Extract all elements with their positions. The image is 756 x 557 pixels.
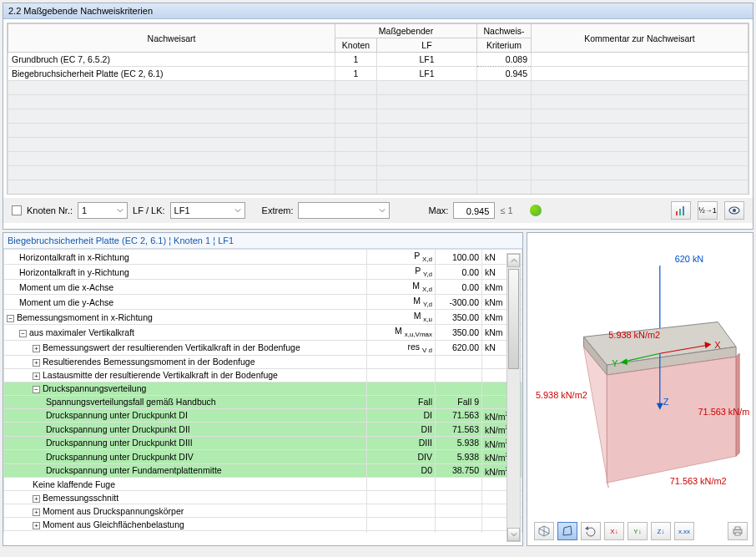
detail-symbol: M X,d bbox=[367, 280, 436, 295]
detail-row[interactable]: +Moment aus Druckspannungskörper bbox=[4, 504, 522, 518]
col-knoten[interactable]: Knoten bbox=[335, 38, 377, 53]
detail-row[interactable]: +aus minimaler VertikalkraftM x,u,Vmin35… bbox=[4, 531, 522, 533]
col-lf[interactable]: LF bbox=[377, 38, 477, 53]
max-value: 0.945 bbox=[453, 202, 495, 219]
col-krit2[interactable]: Kriterium bbox=[477, 38, 532, 53]
col-nachweisart[interactable]: Nachweisart bbox=[8, 24, 335, 53]
scroll-up-icon[interactable] bbox=[507, 254, 520, 267]
svg-text:71.563 kN/m2: 71.563 kN/m2 bbox=[698, 407, 749, 417]
detail-row[interactable]: Horizontalkraft in x-RichtungP X,d100.00… bbox=[4, 250, 522, 265]
svg-rect-1 bbox=[679, 209, 681, 215]
expander-icon[interactable]: − bbox=[19, 330, 27, 337]
view-persp-btn[interactable] bbox=[557, 522, 577, 540]
eye-btn[interactable] bbox=[724, 201, 744, 220]
detail-row[interactable]: Druckspannung unter Druckpunkt DIVDIV5.9… bbox=[4, 450, 522, 464]
col-massgebender[interactable]: Maßgebender bbox=[335, 24, 477, 38]
detail-label: −aus maximaler Vertikalkraft bbox=[4, 325, 367, 340]
scroll-thumb[interactable] bbox=[508, 269, 519, 369]
detail-row[interactable]: Moment um die y-AchseM Y,d-300.00kNm bbox=[4, 295, 522, 310]
view-y-btn[interactable]: Y↓ bbox=[627, 522, 648, 540]
detail-row[interactable]: +Moment aus Gleichflächenbelastung bbox=[4, 518, 522, 531]
cell-krit: 0.089 bbox=[477, 53, 532, 67]
detail-symbol: res V d bbox=[367, 340, 436, 355]
detail-label: Druckspannung unter Druckpunkt DII bbox=[4, 423, 367, 437]
view-iso-btn[interactable] bbox=[534, 522, 554, 540]
detail-panel: Biegebruchsicherheit Platte (EC 2, 6.1) … bbox=[3, 232, 523, 546]
view-values-btn[interactable]: x.xx bbox=[674, 522, 694, 540]
detail-row[interactable]: +Bemessungsschnitt bbox=[4, 491, 522, 504]
detail-row[interactable]: +Bemessungswert der resultierenden Verti… bbox=[4, 340, 522, 355]
expander-icon[interactable]: + bbox=[33, 372, 40, 380]
chevron-down-icon bbox=[377, 205, 387, 215]
detail-label: +Bemessungswert der resultierenden Verti… bbox=[4, 340, 367, 355]
view3d-toolbar: X↓ Y↓ Z↓ x.xx bbox=[532, 520, 748, 542]
detail-row[interactable]: Horizontalkraft in y-RichtungP Y,d0.00kN bbox=[4, 265, 522, 280]
extrem-combo[interactable] bbox=[298, 202, 390, 219]
table-row[interactable]: Biegebruchsicherheit Platte (EC 2, 6.1)1… bbox=[8, 67, 748, 81]
knoten-combo[interactable]: 1 bbox=[78, 202, 128, 219]
detail-label: Druckspannung unter Druckpunkt DI bbox=[4, 408, 367, 423]
expander-icon[interactable]: + bbox=[33, 522, 40, 529]
svg-marker-29 bbox=[563, 526, 572, 535]
svg-rect-32 bbox=[735, 527, 740, 529]
expander-icon[interactable]: − bbox=[7, 315, 14, 322]
detail-symbol bbox=[367, 382, 436, 395]
detail-value bbox=[436, 478, 482, 491]
detail-value: 0.00 bbox=[436, 280, 482, 295]
detail-row[interactable]: +Lastausmitte der resultierende Vertikal… bbox=[4, 368, 522, 382]
detail-label: +Resultierendes Bemessungsmoment in der … bbox=[4, 355, 367, 368]
expander-icon[interactable]: + bbox=[33, 345, 40, 352]
detail-symbol: DII bbox=[367, 423, 436, 437]
col-krit1[interactable]: Nachweis- bbox=[477, 24, 532, 38]
svg-text:5.938 kN/m2: 5.938 kN/m2 bbox=[608, 330, 660, 340]
detail-row[interactable]: −Bemessungsmoment in x-RichtungM x,u350.… bbox=[4, 310, 522, 325]
knoten-checkbox[interactable] bbox=[12, 205, 22, 215]
expander-icon[interactable]: + bbox=[33, 495, 40, 503]
expander-icon[interactable]: + bbox=[33, 359, 40, 367]
view3d-canvas[interactable]: 620 kN X Y Z bbox=[531, 236, 749, 517]
ratio-btn[interactable]: ½→1 bbox=[698, 201, 718, 220]
detail-value bbox=[436, 504, 482, 518]
detail-label: +Moment aus Gleichflächenbelastung bbox=[4, 518, 367, 531]
view-z-btn[interactable]: Z↓ bbox=[651, 522, 671, 540]
detail-value: 5.938 bbox=[436, 436, 482, 450]
detail-value bbox=[436, 382, 482, 395]
detail-symbol: M x,u,Vmax bbox=[367, 325, 436, 340]
lflk-combo[interactable]: LF1 bbox=[170, 202, 245, 219]
print-btn[interactable] bbox=[728, 522, 748, 540]
cell-kommentar bbox=[532, 67, 748, 81]
scrollbar[interactable] bbox=[507, 253, 521, 542]
detail-label: +Moment aus Druckspannungskörper bbox=[4, 504, 367, 518]
detail-value: 350.00 bbox=[436, 325, 482, 340]
cell-nachweisart: Biegebruchsicherheit Platte (EC 2, 6.1) bbox=[8, 67, 335, 81]
table-row[interactable]: Grundbruch (EC 7, 6.5.2)1LF10.089 bbox=[8, 53, 748, 67]
detail-row[interactable]: −Druckspannungsverteilung bbox=[4, 382, 522, 395]
svg-marker-30 bbox=[585, 526, 588, 530]
detail-row[interactable]: Druckspannung unter Druckpunkt DIIDII71.… bbox=[4, 423, 522, 437]
detail-table[interactable]: Horizontalkraft in x-RichtungP X,d100.00… bbox=[3, 249, 522, 533]
col-kommentar[interactable]: Kommentar zur Nachweisart bbox=[532, 24, 748, 53]
criteria-table[interactable]: Nachweisart Maßgebender Nachweis- Kommen… bbox=[8, 23, 748, 195]
expander-icon[interactable]: + bbox=[33, 509, 40, 516]
svg-marker-12 bbox=[736, 353, 739, 456]
detail-row[interactable]: +Resultierendes Bemessungsmoment in der … bbox=[4, 355, 522, 368]
detail-row[interactable]: Moment um die x-AchseM X,d0.00kNm bbox=[4, 280, 522, 295]
detail-row[interactable]: Keine klaffende Fuge bbox=[4, 478, 522, 491]
max-relation: ≤ 1 bbox=[500, 205, 512, 215]
detail-row[interactable]: −aus maximaler VertikalkraftM x,u,Vmax35… bbox=[4, 325, 522, 340]
detail-label: Moment um die y-Achse bbox=[4, 295, 367, 310]
graph-btn[interactable] bbox=[671, 201, 691, 220]
view-rotate-btn[interactable] bbox=[581, 522, 601, 540]
detail-row[interactable]: Druckspannung unter Druckpunkt DIDI71.56… bbox=[4, 408, 522, 423]
detail-row[interactable]: Spannungsverteilungsfall gemäß HandbuchF… bbox=[4, 395, 522, 408]
detail-row[interactable]: Druckspannung unter Druckpunkt DIIIDIII5… bbox=[4, 436, 522, 450]
panel-title: 2.2 Maßgebende Nachweiskriterien bbox=[3, 3, 753, 19]
detail-row[interactable]: Druckspannung unter Fundamentplattenmitt… bbox=[4, 463, 522, 478]
detail-value: 5.938 bbox=[436, 450, 482, 464]
detail-value: 0.00 bbox=[436, 265, 482, 280]
cell-knoten: 1 bbox=[335, 67, 377, 81]
svg-rect-33 bbox=[735, 533, 740, 535]
scroll-down-icon[interactable] bbox=[507, 528, 520, 541]
expander-icon[interactable]: − bbox=[33, 386, 40, 393]
view-x-btn[interactable]: X↓ bbox=[604, 522, 624, 540]
